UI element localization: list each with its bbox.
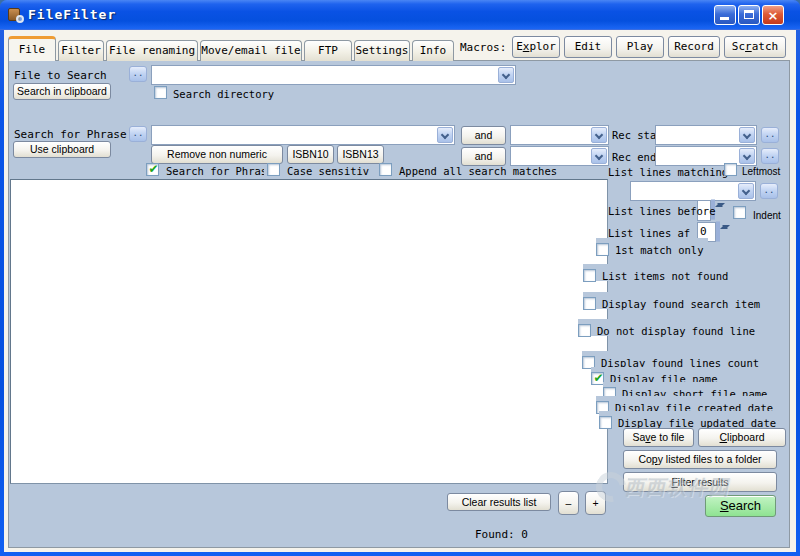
chevron-down-icon: [743, 152, 751, 160]
save-to-file-button[interactable]: Save to file: [623, 428, 694, 447]
search-button[interactable]: Search: [705, 495, 776, 517]
chevron-down-icon: [743, 131, 751, 139]
app-icon: [7, 6, 24, 23]
and2-button[interactable]: and: [461, 147, 506, 166]
dropdown-button[interactable]: [739, 127, 755, 143]
minimize-button[interactable]: [714, 5, 736, 25]
file-to-search-combobox[interactable]: [151, 65, 516, 85]
chevron-down-icon: [595, 152, 603, 160]
dropdown-button[interactable]: [738, 183, 754, 199]
remove-non-numeric-button[interactable]: Remove non numeric: [151, 145, 283, 164]
rec-end-combobox[interactable]: [655, 146, 757, 166]
search-for-phrase-cb-label: Search for Phras: [166, 165, 264, 177]
phrase2-combobox[interactable]: [510, 125, 609, 145]
title-bar: FileFilter ×: [0, 0, 800, 30]
search-for-phrase-checkbox[interactable]: ✔: [146, 163, 159, 176]
macro-record-button[interactable]: Record: [668, 36, 720, 58]
list-lines-matching-label: List lines matching: [608, 166, 728, 178]
first-match-only-option[interactable]: 1st match only: [596, 238, 708, 255]
indent-label: Indent: [753, 210, 781, 221]
do-not-display-found-line-option[interactable]: Do not display found line: [578, 319, 759, 336]
filefilter-window: FileFilter × File Filter File renaming M…: [0, 0, 800, 556]
display-found-lines-count-option[interactable]: Display found lines count: [582, 351, 763, 368]
dropdown-button[interactable]: [591, 148, 607, 164]
minimize-icon: [720, 17, 729, 20]
rec-start-label: Rec star: [612, 129, 656, 141]
list-lines-before-label: List lines before: [608, 205, 715, 217]
spin-down[interactable]: [718, 221, 720, 242]
append-all-label: Append all search matches: [399, 165, 557, 177]
macro-play-button[interactable]: Play: [616, 36, 664, 58]
dropdown-button[interactable]: [498, 67, 514, 83]
results-list[interactable]: [10, 179, 608, 484]
display-file-updated-date-option[interactable]: Display file updated date: [599, 411, 780, 428]
search-directory-checkbox[interactable]: [154, 86, 167, 99]
dropdown-button[interactable]: [591, 127, 607, 143]
phrase-combobox[interactable]: [151, 125, 455, 145]
tab-settings[interactable]: Settings: [354, 40, 410, 61]
tab-filter[interactable]: Filter: [58, 40, 104, 61]
dropdown-button[interactable]: [437, 127, 453, 143]
rec-start-browse-button[interactable]: ..: [761, 127, 779, 143]
indent-checkbox[interactable]: [733, 206, 746, 219]
clipboard-button[interactable]: Clipboard: [698, 428, 786, 447]
macro-scratch-button[interactable]: Scratch: [724, 36, 786, 58]
display-file-updated-date-checkbox[interactable]: [599, 416, 612, 429]
filter-results-button[interactable]: Filter results: [623, 472, 777, 492]
isbn10-button[interactable]: ISBN10: [287, 145, 334, 164]
search-in-clipboard-button[interactable]: Search in clipboard: [13, 83, 111, 100]
dropdown-button[interactable]: [739, 148, 755, 164]
tab-file[interactable]: File: [8, 36, 56, 61]
list-lines-matching-checkbox[interactable]: [724, 163, 737, 176]
tab-info[interactable]: Info: [412, 40, 454, 61]
check-icon: ✔: [147, 162, 160, 176]
display-found-search-item-option[interactable]: Display found search item: [583, 292, 764, 309]
close-icon: ×: [763, 7, 783, 24]
chevron-down-icon: [742, 187, 750, 195]
clear-results-button[interactable]: Clear results list: [447, 493, 551, 511]
case-sensitive-checkbox[interactable]: [267, 163, 280, 176]
and1-button[interactable]: and: [461, 126, 506, 145]
decrease-button[interactable]: –: [558, 491, 579, 515]
browse-file-button[interactable]: ..: [129, 66, 147, 82]
phrase3-combobox[interactable]: [510, 146, 609, 166]
list-items-not-found-checkbox[interactable]: [583, 269, 596, 282]
list-items-not-found-option[interactable]: List items not found: [583, 264, 732, 281]
matching-browse-button[interactable]: ..: [760, 183, 778, 199]
chevron-down-icon: [502, 71, 510, 79]
display-found-search-item-checkbox[interactable]: [583, 297, 596, 310]
first-match-only-checkbox[interactable]: [596, 243, 609, 256]
found-count-status: Found: 0: [475, 528, 528, 541]
chevron-down-icon: [595, 131, 603, 139]
rec-end-browse-button[interactable]: ..: [761, 148, 779, 164]
first-match-only-label: 1st match only: [615, 244, 704, 256]
browse-phrase-button[interactable]: ..: [129, 126, 147, 142]
do-not-display-found-line-checkbox[interactable]: [578, 324, 591, 337]
rec-start-combobox[interactable]: [655, 125, 757, 145]
isbn13-button[interactable]: ISBN13: [337, 145, 384, 164]
leftmost-label: Leftmost: [742, 166, 780, 177]
increase-button[interactable]: +: [585, 491, 606, 515]
append-all-checkbox[interactable]: [379, 163, 392, 176]
tab-file-renaming[interactable]: File renaming: [106, 40, 198, 61]
rec-end-label: Rec end: [612, 151, 656, 163]
arrow-down-icon: [722, 225, 730, 229]
close-button[interactable]: ×: [762, 5, 784, 25]
search-for-phrase-label: Search for Phrase: [14, 128, 127, 141]
arrow-down-icon: [717, 203, 725, 207]
macro-explor-button[interactable]: Explor: [512, 36, 560, 58]
window-title: FileFilter: [28, 7, 116, 22]
file-to-search-label: File to Search: [14, 69, 107, 82]
macro-edit-button[interactable]: Edit: [564, 36, 612, 58]
search-directory-label: Search directory: [173, 88, 274, 100]
case-sensitive-label: Case sensitiv: [287, 165, 375, 177]
chevron-down-icon: [441, 131, 449, 139]
tab-move-email-file[interactable]: Move/email file: [200, 40, 302, 61]
list-lines-matching-combobox[interactable]: [630, 181, 756, 201]
copy-listed-files-button[interactable]: Copy listed files to a folder: [623, 450, 777, 469]
lines-after-stepper[interactable]: [716, 222, 731, 242]
macros-label: Macros:: [460, 41, 506, 54]
tab-ftp[interactable]: FTP: [304, 40, 352, 61]
use-clipboard-button[interactable]: Use clipboard: [13, 141, 111, 158]
maximize-button[interactable]: [738, 5, 760, 25]
